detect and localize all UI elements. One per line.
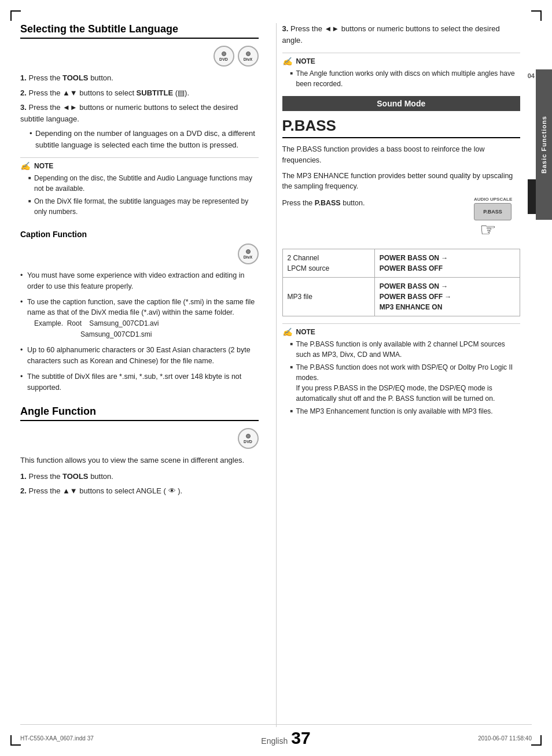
dvd-icon: DVD: [214, 46, 234, 67]
subtitle-step1: 1. Press the TOOLS button.: [20, 72, 259, 84]
caption-example: Example. Root Samsung_007CD1.avi Samsung…: [34, 318, 259, 340]
caption-icons: DivX: [20, 244, 259, 264]
angle-step1: 1. Press the TOOLS button.: [20, 471, 259, 482]
subtitle-icons: DVD DivX: [20, 46, 259, 67]
caption-section: Caption Function DivX You must have some…: [20, 230, 259, 393]
table-row: 2 ChannelLPCM source POWER BASS ON →POWE…: [282, 249, 520, 278]
page-number: 37: [291, 728, 310, 748]
chapter-tab: Basic Functions: [536, 69, 552, 220]
subtitle-step3-bullet: Depending on the number of languages on …: [30, 128, 259, 150]
pbass-note1: The P.BASS function is only available wi…: [290, 339, 521, 360]
angle-step2: 2. Press the ▲▼ buttons to select ANGLE …: [20, 485, 259, 497]
table-cell-source2: MP3 file: [282, 278, 374, 316]
pbass-button-visual: AUDIO UPSCALE P.BASS ☞: [474, 197, 520, 243]
pbass-desc1: The P.BASS function provides a bass boos…: [282, 144, 521, 166]
right-column: 3. Press the ◄► buttons or numeric butto…: [276, 23, 521, 727]
pbass-note-title: ✍ NOTE: [282, 327, 521, 337]
table-row: MP3 file POWER BASS ON →POWER BASS OFF →…: [282, 278, 520, 316]
subtitle-section: Selecting the Subtitle Language DVD DivX…: [20, 23, 259, 217]
table-cell-source1: 2 ChannelLPCM source: [282, 249, 374, 278]
chapter-label: Basic Functions: [540, 116, 547, 174]
caption-bullet3: Up to 60 alphanumeric characters or 30 E…: [20, 345, 259, 367]
pbass-note3: The MP3 Enhancement function is only ava…: [290, 406, 521, 416]
hand-icon: ☞: [480, 219, 520, 241]
angle-dvd-icon: DVD: [238, 428, 259, 449]
caption-bullet4: The subtitle of DivX files are *.smi, *.…: [20, 371, 259, 393]
angle-note1: The Angle function works only with discs…: [290, 68, 521, 89]
subtitle-title: Selecting the Subtitle Language: [20, 23, 259, 39]
divx-label: DivX: [244, 57, 253, 61]
pbass-note2: The P.BASS function does not work with D…: [290, 362, 521, 404]
caption-title: Caption Function: [20, 230, 259, 239]
page-content: Selecting the Subtitle Language DVD DivX…: [20, 23, 520, 727]
sound-mode-bar: Sound Mode: [282, 96, 521, 111]
caption-bullet2: To use the caption function, save the ca…: [20, 297, 259, 341]
pbass-button-img: P.BASS: [474, 203, 511, 220]
audio-upscale-label: AUDIO UPSCALE: [474, 197, 520, 202]
page-footer: HT-C550-XAA_0607.indd 37 English 37 2010…: [20, 724, 532, 748]
subtitle-step2: 2. Press the ▲▼ buttons to select SUBTIT…: [20, 87, 259, 99]
pbass-title: P.BASS: [282, 117, 521, 138]
corner-mark-bl: [10, 735, 21, 746]
pbass-note-box: ✍ NOTE The P.BASS function is only avail…: [282, 323, 521, 416]
left-column: Selecting the Subtitle Language DVD DivX…: [20, 23, 264, 727]
pbass-desc2: The MP3 ENHANCE function provides better…: [282, 171, 521, 193]
pbass-section: P.BASS The P.BASS function provides a ba…: [282, 117, 521, 416]
subtitle-note1: Depending on the disc, the Subtitle and …: [28, 173, 259, 194]
page-lang: English: [261, 736, 288, 746]
angle-desc: This function allows you to view the sam…: [20, 455, 259, 466]
footer-right: 2010-06-07 11:58:40: [478, 735, 532, 742]
subtitle-step3: 3. Press the ◄► buttons or numeric butto…: [20, 102, 259, 124]
corner-mark-br: [531, 735, 542, 746]
caption-bullet1: You must have some experience with video…: [20, 270, 259, 292]
pbass-table: 2 ChannelLPCM source POWER BASS ON →POWE…: [282, 249, 521, 316]
subtitle-note-box: ✍ NOTE Depending on the disc, the Subtit…: [20, 157, 259, 217]
press-pbass-text: Press the P.BASS button.: [282, 197, 365, 207]
angle-steps: 1. Press the TOOLS button. 2. Press the …: [20, 471, 259, 497]
table-cell-seq1: POWER BASS ON →POWER BASS OFF: [374, 249, 520, 278]
chapter-number: 04: [528, 72, 535, 79]
angle-icons: DVD: [20, 428, 259, 449]
angle-note-box: ✍ NOTE The Angle function works only wit…: [282, 53, 521, 89]
footer-left: HT-C550-XAA_0607.indd 37: [20, 735, 94, 742]
dvd-label: DVD: [219, 57, 228, 61]
side-accent: [528, 179, 536, 214]
divx-icon: DivX: [238, 46, 259, 67]
pbass-press-area: Press the P.BASS button. AUDIO UPSCALE P…: [282, 197, 521, 243]
subtitle-note-title: ✍ NOTE: [20, 161, 259, 171]
angle-title: Angle Function: [20, 405, 259, 421]
angle-note-title: ✍ NOTE: [282, 57, 521, 66]
angle-step3: 3. Press the ◄► buttons or numeric butto…: [282, 23, 521, 46]
corner-mark-tr: [531, 10, 542, 21]
table-cell-seq2: POWER BASS ON →POWER BASS OFF →MP3 ENHAN…: [374, 278, 520, 316]
caption-divx-icon: DivX: [238, 244, 259, 264]
subtitle-note2: On the DivX file format, the subtitle la…: [28, 196, 259, 217]
angle-section: Angle Function DVD This function allows …: [20, 405, 259, 497]
page-number-area: English 37: [261, 728, 310, 748]
corner-mark-tl: [10, 10, 21, 21]
